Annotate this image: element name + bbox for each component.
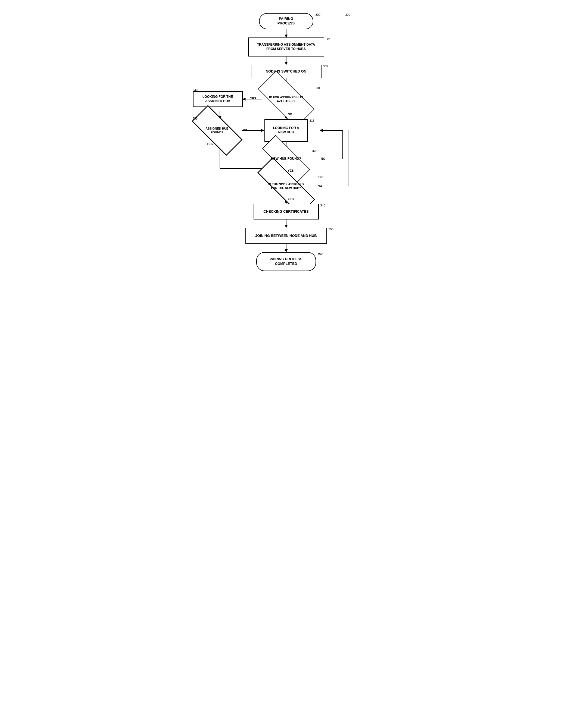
label-335-yes: YES [207,142,213,146]
svg-marker-22 [320,129,323,132]
node-345: CHECKING CERTIFICATES [253,204,319,220]
ref-360: 360 [318,252,323,255]
ref-301: 301 [326,37,331,41]
label-310-yes: YES [250,97,256,100]
node-start: PAIRING PROCESS [259,13,313,29]
svg-marker-7 [243,98,245,101]
ref-335: 335 [193,117,198,120]
svg-marker-3 [285,62,288,65]
svg-marker-32 [285,249,288,252]
svg-marker-1 [285,35,288,37]
node-301: TRANSFERRING ASSIGNMENT DATAFROM SERVER … [248,37,324,56]
node-330: LOOKING FOR THEASSIGNED HUB [193,91,243,107]
ref-305: 305 [323,65,328,68]
ref-350: 350 [329,228,333,231]
node-305: NODE IS SWITCHED ON [251,65,322,78]
ref-330: 330 [193,88,198,92]
label-300: 300 [345,13,350,16]
node-340: IS THE NODE ASSIGNEDFOR THE NEW HUB? [256,175,316,197]
label-320-no: NO [321,157,326,160]
label-340-yes: YES [288,197,294,201]
node-310: ID FOR ASSIGNED HUBAVAILABLE? [259,87,313,112]
ref-340: 340 [318,175,323,178]
flowchart-container: 300 PAIRING PROCESS 300 TRANSFERRING ASS… [174,5,397,291]
node-end: PAIRING PROCESS COMPLETED [256,252,316,271]
ref-310: 310 [315,87,320,90]
label-340-no: NO [318,184,322,187]
label-335-no: NO [243,129,247,132]
ref-300: 300 [316,13,320,16]
ref-320: 320 [312,149,317,153]
ref-315: 315 [310,119,315,122]
label-320-yes: YES [288,169,294,172]
node-350: JOINING BETWEEN NODE AND HUB [245,228,327,244]
node-335: ASSIGNED HUBFOUND? [193,119,242,142]
svg-marker-30 [285,225,288,228]
svg-marker-13 [261,129,264,132]
ref-345: 345 [320,204,325,207]
node-315: LOOKING FOR ANEW HUB [264,119,308,142]
label-310-no: NO [288,113,293,116]
